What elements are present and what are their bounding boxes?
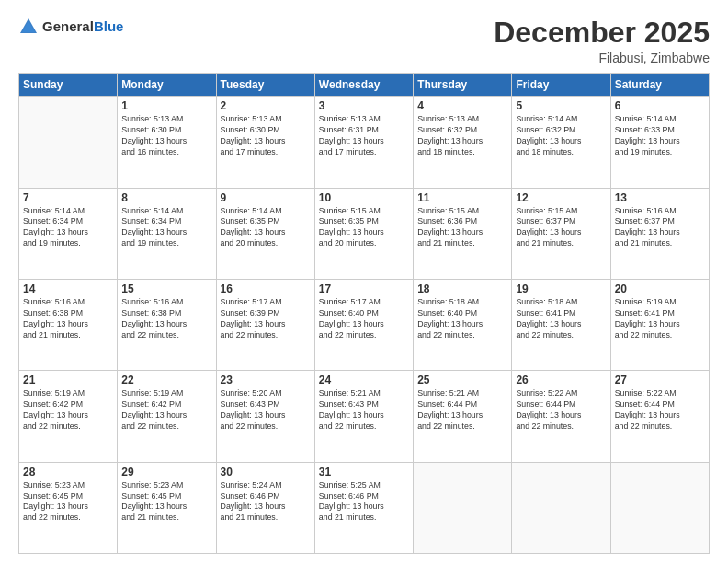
page: GeneralBlue December 2025 Filabusi, Zimb… [0,0,728,563]
day-info: Sunrise: 5:13 AM Sunset: 6:30 PM Dayligh… [121,114,211,158]
table-row: 11Sunrise: 5:15 AM Sunset: 6:36 PM Dayli… [414,188,512,279]
day-info: Sunrise: 5:21 AM Sunset: 6:44 PM Dayligh… [417,388,507,432]
col-friday: Friday [512,74,610,97]
table-row [610,462,709,553]
calendar-week-row: 28Sunrise: 5:23 AM Sunset: 6:45 PM Dayli… [19,462,710,553]
day-number: 16 [221,282,311,295]
calendar-week-row: 7Sunrise: 5:14 AM Sunset: 6:34 PM Daylig… [19,188,710,279]
day-info: Sunrise: 5:23 AM Sunset: 6:45 PM Dayligh… [23,480,113,524]
logo: GeneralBlue [18,17,123,37]
logo-text: GeneralBlue [42,18,123,35]
day-info: Sunrise: 5:23 AM Sunset: 6:45 PM Dayligh… [121,480,211,524]
table-row: 13Sunrise: 5:16 AM Sunset: 6:37 PM Dayli… [610,188,709,279]
table-row: 6Sunrise: 5:14 AM Sunset: 6:33 PM Daylig… [610,97,709,188]
day-number: 19 [516,282,606,295]
col-saturday: Saturday [610,74,709,97]
table-row: 22Sunrise: 5:19 AM Sunset: 6:42 PM Dayli… [118,371,216,462]
day-number: 29 [121,465,211,478]
table-row: 8Sunrise: 5:14 AM Sunset: 6:34 PM Daylig… [118,188,216,279]
col-monday: Monday [118,74,216,97]
table-row: 5Sunrise: 5:14 AM Sunset: 6:32 PM Daylig… [512,97,610,188]
day-info: Sunrise: 5:14 AM Sunset: 6:34 PM Dayligh… [23,206,113,250]
table-row: 19Sunrise: 5:18 AM Sunset: 6:41 PM Dayli… [512,279,610,370]
calendar-table: Sunday Monday Tuesday Wednesday Thursday… [18,73,710,554]
day-number: 7 [23,191,113,204]
table-row: 1Sunrise: 5:13 AM Sunset: 6:30 PM Daylig… [118,97,216,188]
col-tuesday: Tuesday [216,74,314,97]
day-info: Sunrise: 5:18 AM Sunset: 6:41 PM Dayligh… [516,297,606,341]
day-info: Sunrise: 5:16 AM Sunset: 6:37 PM Dayligh… [615,206,705,250]
table-row: 25Sunrise: 5:21 AM Sunset: 6:44 PM Dayli… [414,371,512,462]
day-number: 6 [615,99,705,112]
day-info: Sunrise: 5:17 AM Sunset: 6:39 PM Dayligh… [221,297,311,341]
col-thursday: Thursday [414,74,512,97]
day-info: Sunrise: 5:18 AM Sunset: 6:40 PM Dayligh… [417,297,507,341]
table-row: 29Sunrise: 5:23 AM Sunset: 6:45 PM Dayli… [118,462,216,553]
table-row: 10Sunrise: 5:15 AM Sunset: 6:35 PM Dayli… [314,188,413,279]
calendar-header-row: Sunday Monday Tuesday Wednesday Thursday… [19,74,710,97]
day-number: 23 [221,373,311,386]
col-sunday: Sunday [19,74,118,97]
title-area: December 2025 Filabusi, Zimbabwe [494,17,710,65]
day-info: Sunrise: 5:22 AM Sunset: 6:44 PM Dayligh… [615,388,705,432]
day-number: 11 [417,191,507,204]
calendar-week-row: 21Sunrise: 5:19 AM Sunset: 6:42 PM Dayli… [19,371,710,462]
calendar-week-row: 1Sunrise: 5:13 AM Sunset: 6:30 PM Daylig… [19,97,710,188]
month-title: December 2025 [494,17,710,49]
day-number: 24 [319,373,409,386]
table-row: 15Sunrise: 5:16 AM Sunset: 6:38 PM Dayli… [118,279,216,370]
table-row: 20Sunrise: 5:19 AM Sunset: 6:41 PM Dayli… [610,279,709,370]
day-number: 4 [417,99,507,112]
day-info: Sunrise: 5:17 AM Sunset: 6:40 PM Dayligh… [319,297,409,341]
day-info: Sunrise: 5:19 AM Sunset: 6:42 PM Dayligh… [121,388,211,432]
day-info: Sunrise: 5:16 AM Sunset: 6:38 PM Dayligh… [23,297,113,341]
day-number: 10 [319,191,409,204]
day-number: 1 [121,99,211,112]
logo-icon [18,17,39,37]
day-info: Sunrise: 5:21 AM Sunset: 6:43 PM Dayligh… [319,388,409,432]
day-number: 20 [615,282,705,295]
day-info: Sunrise: 5:15 AM Sunset: 6:35 PM Dayligh… [319,206,409,250]
day-info: Sunrise: 5:13 AM Sunset: 6:31 PM Dayligh… [319,114,409,158]
header: GeneralBlue December 2025 Filabusi, Zimb… [18,17,710,65]
day-number: 30 [221,465,311,478]
day-number: 25 [417,373,507,386]
day-info: Sunrise: 5:14 AM Sunset: 6:33 PM Dayligh… [615,114,705,158]
table-row: 27Sunrise: 5:22 AM Sunset: 6:44 PM Dayli… [610,371,709,462]
logo-blue: Blue [94,18,124,34]
table-row: 2Sunrise: 5:13 AM Sunset: 6:30 PM Daylig… [216,97,314,188]
day-info: Sunrise: 5:14 AM Sunset: 6:35 PM Dayligh… [221,206,311,250]
table-row: 12Sunrise: 5:15 AM Sunset: 6:37 PM Dayli… [512,188,610,279]
table-row: 16Sunrise: 5:17 AM Sunset: 6:39 PM Dayli… [216,279,314,370]
day-number: 8 [121,191,211,204]
table-row: 4Sunrise: 5:13 AM Sunset: 6:32 PM Daylig… [414,97,512,188]
table-row [414,462,512,553]
table-row: 28Sunrise: 5:23 AM Sunset: 6:45 PM Dayli… [19,462,118,553]
day-info: Sunrise: 5:15 AM Sunset: 6:37 PM Dayligh… [516,206,606,250]
day-number: 17 [319,282,409,295]
day-number: 9 [221,191,311,204]
table-row: 9Sunrise: 5:14 AM Sunset: 6:35 PM Daylig… [216,188,314,279]
table-row: 30Sunrise: 5:24 AM Sunset: 6:46 PM Dayli… [216,462,314,553]
table-row: 24Sunrise: 5:21 AM Sunset: 6:43 PM Dayli… [314,371,413,462]
day-number: 31 [319,465,409,478]
day-number: 26 [516,373,606,386]
logo-general: General [42,18,94,34]
location-subtitle: Filabusi, Zimbabwe [494,51,710,65]
table-row [512,462,610,553]
day-info: Sunrise: 5:15 AM Sunset: 6:36 PM Dayligh… [417,206,507,250]
day-number: 21 [23,373,113,386]
table-row [19,97,118,188]
day-number: 14 [23,282,113,295]
day-number: 5 [516,99,606,112]
col-wednesday: Wednesday [314,74,413,97]
day-number: 3 [319,99,409,112]
day-number: 2 [221,99,311,112]
day-info: Sunrise: 5:19 AM Sunset: 6:41 PM Dayligh… [615,297,705,341]
table-row: 23Sunrise: 5:20 AM Sunset: 6:43 PM Dayli… [216,371,314,462]
table-row: 3Sunrise: 5:13 AM Sunset: 6:31 PM Daylig… [314,97,413,188]
day-number: 15 [121,282,211,295]
day-info: Sunrise: 5:19 AM Sunset: 6:42 PM Dayligh… [23,388,113,432]
day-number: 22 [121,373,211,386]
table-row: 26Sunrise: 5:22 AM Sunset: 6:44 PM Dayli… [512,371,610,462]
